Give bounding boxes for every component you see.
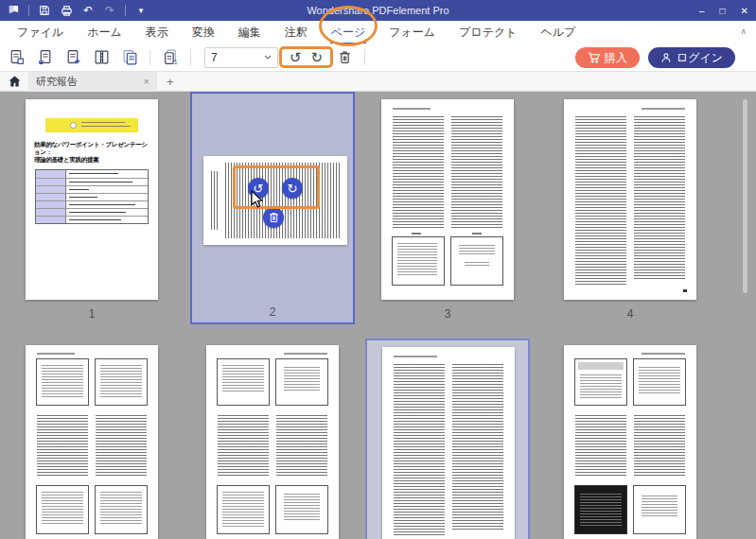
thumbnail-content (206, 345, 339, 539)
document-tab-title: 研究報告 (36, 75, 144, 89)
menu-view[interactable]: 表示 (145, 21, 169, 44)
delete-page-icon[interactable] (334, 47, 355, 68)
close-button[interactable]: ✕ (741, 6, 748, 16)
svg-text:1: 1 (173, 59, 177, 65)
print-icon[interactable] (60, 4, 73, 17)
buy-button-label: 購入 (605, 50, 627, 66)
minimize-button[interactable]: – (699, 6, 705, 16)
metadata-table (35, 169, 149, 224)
page-number-value: 7 (211, 51, 264, 64)
thumb-delete-button[interactable] (263, 207, 284, 228)
annotation-rect-toolbar (279, 46, 333, 68)
toolbar-separator (190, 49, 191, 65)
extract-page-icon[interactable] (6, 47, 26, 68)
title-bar: ↶ ↷ ▾ Wondershare PDFelement Pro – □ ✕ (0, 0, 756, 21)
login-button[interactable]: ログイン (648, 47, 735, 68)
document-tab[interactable]: 研究報告 × (28, 72, 157, 92)
chevron-down-icon (264, 55, 272, 60)
tab-bar: 研究報告 × + (0, 72, 756, 92)
quick-access-dropdown-icon[interactable]: ▾ (134, 4, 148, 17)
undo-icon[interactable]: ↶ (81, 4, 95, 17)
ribbon-collapse-icon[interactable]: ∧ (740, 26, 747, 36)
replace-page-icon[interactable] (119, 47, 140, 68)
app-logo-icon (7, 4, 20, 17)
thumbnail-page-7-selected[interactable] (365, 339, 530, 539)
thumbnail-content (564, 99, 696, 300)
vertical-scrollbar-thumb[interactable] (743, 99, 747, 293)
page-number-label: 4 (548, 307, 712, 321)
thumbnail-content-rotated (203, 156, 347, 245)
split-page-icon[interactable] (91, 47, 112, 68)
menu-home[interactable]: ホーム (86, 21, 123, 44)
person-icon (660, 52, 672, 63)
thumbnail-page-4[interactable]: 4 (548, 92, 712, 324)
cart-icon (588, 52, 600, 63)
tab-close-icon[interactable]: × (144, 76, 149, 87)
rotate-right-glyph: ↻ (288, 182, 298, 196)
page-number-label: 3 (365, 307, 530, 321)
menu-help[interactable]: ヘルプ (540, 21, 577, 44)
insert-page-icon[interactable] (34, 47, 55, 68)
thumbnail-page-6[interactable] (190, 339, 355, 539)
thumbnail-content (381, 99, 514, 300)
trash-icon (269, 212, 279, 223)
redo-icon: ↷ (103, 4, 116, 17)
menu-bar: ファイル ホーム 表示 変換 編集 注釈 ページ フォーム プロテクト ヘルプ (0, 21, 756, 43)
doc-title-line1: 効果的なパワーポイント・プレゼンテーション： (34, 141, 151, 156)
thumbnail-page-1[interactable]: 効果的なパワーポイント・プレゼンテーション： 理論的基礎と実践的提案 1 (9, 92, 174, 324)
titlebar-separator (125, 5, 126, 16)
menu-page[interactable]: ページ (330, 21, 367, 44)
menu-convert[interactable]: 変換 (191, 21, 216, 44)
doc-title-line2: 理論的基礎と実践的提案 (34, 156, 151, 164)
thumbnail-page-5[interactable] (9, 339, 174, 539)
page-number-icon[interactable]: 1 (160, 47, 181, 68)
menu-edit[interactable]: 編集 (237, 21, 262, 44)
menu-form[interactable]: フォーム (388, 21, 436, 44)
rotate-left-button[interactable]: ↺ (290, 50, 302, 64)
maximize-button[interactable]: □ (720, 6, 726, 16)
thumbnail-content (26, 345, 158, 539)
new-tab-icon[interactable]: + (167, 75, 174, 89)
menu-comment[interactable]: 注釈 (284, 21, 308, 44)
thumbnail-content: 効果的なパワーポイント・プレゼンテーション： 理論的基礎と実践的提案 (26, 99, 158, 300)
thumbnail-page-8[interactable] (548, 339, 712, 539)
page-number-input[interactable]: 7 (204, 47, 278, 68)
buy-button[interactable]: 購入 (575, 47, 640, 68)
page-number-label: 1 (9, 307, 174, 321)
login-button-label: ログイン (677, 50, 723, 66)
thumbnail-page-3[interactable]: 3 (365, 92, 530, 324)
add-page-icon[interactable] (62, 47, 83, 68)
rotate-right-button[interactable]: ↻ (311, 50, 324, 64)
titlebar-separator (28, 5, 29, 16)
mouse-cursor (251, 190, 263, 208)
thumbnail-page-2-selected[interactable]: ↺ ↻ 2 (190, 92, 355, 324)
menu-page-label: ページ (331, 26, 366, 39)
menu-file[interactable]: ファイル (16, 21, 64, 44)
menu-protect[interactable]: プロテクト (458, 21, 518, 44)
thumbnail-canvas: 効果的なパワーポイント・プレゼンテーション： 理論的基礎と実践的提案 1 ↺ (0, 92, 756, 539)
thumbnail-content (564, 345, 696, 539)
thumbnail-content (382, 347, 515, 539)
toolbar-separator (149, 49, 150, 65)
home-tab-icon[interactable] (0, 76, 28, 87)
save-icon[interactable] (38, 4, 51, 17)
toolbar-separator (364, 49, 365, 65)
highlighted-header (45, 118, 138, 132)
page-number-label: 2 (192, 305, 353, 319)
thumb-rotate-right-button[interactable]: ↻ (282, 178, 303, 199)
